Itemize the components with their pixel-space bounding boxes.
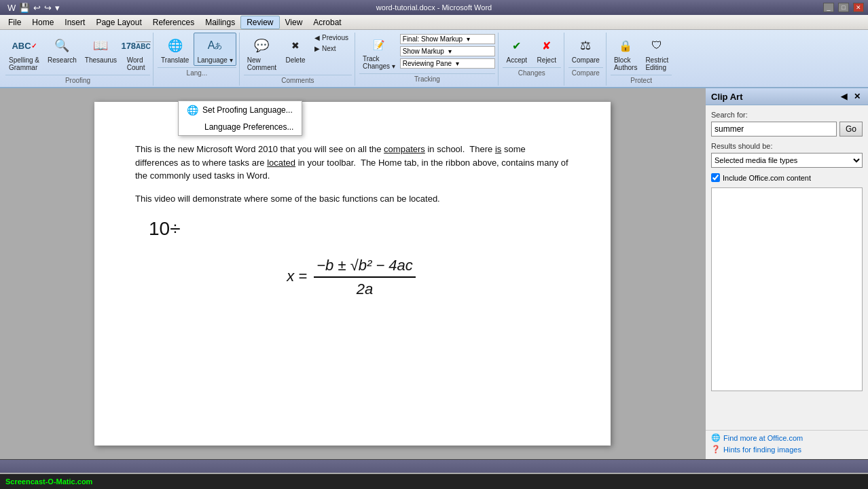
ribbon-group-language: 🌐 Translate Aあ Language ▾ Lang... — [155, 33, 240, 86]
thesaurus-btn[interactable]: 📖 Thesaurus — [82, 33, 120, 66]
results-type-dropdown[interactable]: Selected media file types — [711, 153, 863, 168]
next-comment-btn[interactable]: ▶ Next — [311, 43, 352, 54]
track-changes-label: TrackChanges ▾ — [363, 55, 395, 70]
language-icon: Aあ — [204, 35, 226, 56]
menu-review[interactable]: Review — [240, 16, 279, 29]
track-changes-btn[interactable]: 📝 TrackChanges ▾ — [359, 33, 399, 72]
word-count-label: WordCount — [127, 56, 145, 71]
spelling-icon: ABC✓ — [14, 35, 35, 56]
translate-label: Translate — [161, 56, 189, 64]
show-markup-label: Show Markup — [403, 48, 444, 55]
title-bar: W 💾 ↩ ↪ ▾ word-tutorial.docx - Microsoft… — [0, 0, 868, 15]
language-btn[interactable]: Aあ Language ▾ — [194, 33, 236, 66]
panel-header-controls: ◀ ✕ — [839, 91, 863, 102]
show-markup-arrow: ▾ — [448, 48, 452, 55]
language-preferences-item[interactable]: Language Preferences... — [179, 119, 302, 135]
ribbon-group-protect: 🔒 BlockAuthors 🛡 RestrictEditing Protect — [608, 33, 674, 86]
maximize-btn[interactable]: □ — [838, 3, 849, 12]
previous-label: Previous — [322, 34, 348, 41]
menu-page-layout[interactable]: Page Layout — [90, 16, 147, 29]
new-comment-label: NewComment — [247, 56, 276, 71]
restrict-editing-btn[interactable]: 🛡 RestrictEditing — [642, 33, 672, 73]
block-authors-icon: 🔒 — [615, 35, 636, 56]
undo-quick-btn[interactable]: ↩ — [33, 2, 41, 14]
thesaurus-label: Thesaurus — [85, 56, 117, 64]
accept-label: Accept — [506, 56, 527, 64]
translate-icon: 🌐 — [164, 35, 186, 56]
word-count-btn[interactable]: 178ABC WordCount — [122, 33, 150, 73]
previous-comment-btn[interactable]: ◀ Previous — [311, 33, 352, 43]
hints-label: Hints for finding images — [723, 446, 801, 454]
translate-btn[interactable]: 🌐 Translate — [158, 33, 192, 66]
hints-link[interactable]: ❓ Hints for finding images — [711, 445, 863, 454]
minimize-btn[interactable]: _ — [823, 3, 834, 12]
menu-acrobat[interactable]: Acrobat — [308, 16, 346, 29]
language-group-label: Lang... — [158, 67, 236, 77]
comments-label: Comments — [244, 75, 352, 84]
reviewing-pane-dropdown[interactable]: Reviewing Pane ▾ — [400, 58, 495, 69]
research-btn[interactable]: 🔍 Research — [44, 33, 80, 66]
results-should-be-label: Results should be: — [711, 142, 863, 150]
math-simple: 10÷ — [135, 215, 570, 243]
set-proofing-language-item[interactable]: 🌐 Set Proofing Language... — [179, 101, 302, 119]
located-word: located — [267, 158, 295, 168]
menu-file[interactable]: File — [3, 16, 26, 29]
ribbon-group-compare: ⚖ Compare Compare — [566, 33, 607, 86]
reject-icon: ✘ — [536, 35, 558, 56]
final-show-markup-dropdown[interactable]: Final: Show Markup ▾ — [400, 34, 495, 44]
spelling-grammar-btn[interactable]: ABC✓ Spelling &Grammar — [5, 33, 43, 73]
save-quick-btn[interactable]: 💾 — [18, 2, 31, 14]
customize-quick-btn[interactable]: ▾ — [54, 2, 60, 14]
compaters-word: compaters — [384, 144, 425, 154]
ribbon-group-comments: 💬 NewComment ✖ Delete ◀ Previous ▶ Next — [241, 33, 355, 86]
close-btn[interactable]: ✕ — [853, 3, 864, 12]
delete-comment-btn[interactable]: ✖ Delete — [281, 33, 310, 66]
word-icon: W — [7, 2, 16, 14]
accept-btn[interactable]: ✔ Accept — [503, 33, 531, 66]
menu-mailings[interactable]: Mailings — [200, 16, 240, 29]
tracking-label: Tracking — [359, 73, 495, 83]
page-area: This is the new Microsoft Word 2010 that… — [0, 88, 705, 459]
menu-home[interactable]: Home — [26, 16, 59, 29]
screencast-brand: Screencast-O-Matic.com — [5, 477, 92, 486]
clip-art-results-area — [711, 187, 863, 391]
globe-small-icon: 🌐 — [187, 105, 198, 115]
final-show-markup-label: Final: Show Markup — [403, 35, 463, 43]
show-markup-dropdown[interactable]: Show Markup ▾ — [400, 46, 495, 56]
quick-access-toolbar: W 💾 ↩ ↪ ▾ — [4, 2, 63, 14]
menu-view[interactable]: View — [280, 16, 308, 29]
new-comment-btn[interactable]: 💬 NewComment — [244, 33, 280, 73]
compare-btn[interactable]: ⚖ Compare — [568, 33, 603, 66]
next-label: Next — [322, 45, 336, 52]
block-authors-btn[interactable]: 🔒 BlockAuthors — [611, 33, 640, 73]
panel-back-icon[interactable]: ◀ — [839, 91, 849, 102]
menu-references[interactable]: References — [147, 16, 200, 29]
is-word: is — [495, 144, 501, 154]
research-label: Research — [48, 56, 77, 64]
fraction-denominator: 2a — [354, 278, 376, 300]
reject-btn[interactable]: ✘ Reject — [532, 33, 561, 66]
find-more-link[interactable]: 🌐 Find more at Office.com — [711, 433, 863, 442]
document-page[interactable]: This is the new Microsoft Word 2010 that… — [94, 102, 611, 446]
compare-group-label: Compare — [568, 67, 603, 77]
proofing-label: Proofing — [5, 75, 150, 84]
prev-next-pair: ◀ Previous ▶ Next — [311, 33, 352, 54]
clip-art-go-button[interactable]: Go — [839, 122, 863, 137]
clip-art-search-input[interactable] — [711, 122, 837, 137]
ribbon-group-proofing: ABC✓ Spelling &Grammar 🔍 Research 📖 Thes… — [3, 33, 153, 86]
clip-art-panel: Clip Art ◀ ✕ Search for: Go Results shou… — [705, 88, 868, 459]
accept-icon: ✔ — [506, 35, 528, 56]
final-dropdown-arrow: ▾ — [467, 35, 470, 43]
hints-icon: ❓ — [711, 445, 721, 454]
restrict-editing-label: RestrictEditing — [645, 56, 668, 71]
menu-insert[interactable]: Insert — [59, 16, 90, 29]
formula-display: x = −b ± √b² − 4ac 2a — [287, 254, 418, 300]
panel-close-icon[interactable]: ✕ — [852, 91, 863, 102]
office-com-icon: 🌐 — [711, 433, 721, 442]
clip-art-body: Search for: Go Results should be: Select… — [706, 105, 868, 430]
next-arrow-icon: ▶ — [314, 45, 320, 52]
document-area: This is the new Microsoft Word 2010 that… — [0, 88, 868, 459]
include-office-checkbox[interactable] — [711, 173, 720, 182]
redo-quick-btn[interactable]: ↪ — [43, 2, 52, 14]
language-label: Language ▾ — [197, 56, 232, 64]
